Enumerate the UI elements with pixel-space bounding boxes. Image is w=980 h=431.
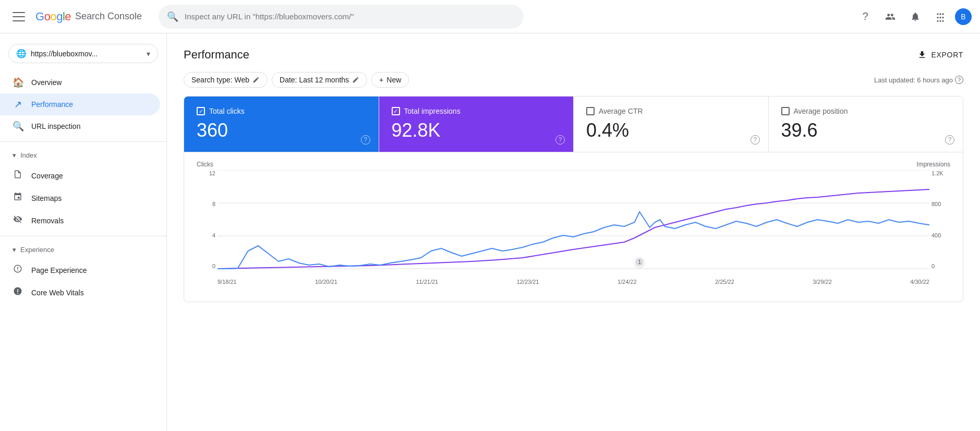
page-title: Performance: [184, 48, 249, 62]
metric-label: Average CTR: [599, 107, 643, 115]
metric-checkbox-impressions[interactable]: [392, 107, 400, 115]
filters-bar: Search type: Web Date: Last 12 months + …: [167, 72, 980, 96]
sidebar-item-performance[interactable]: ↗ Performance: [0, 93, 160, 115]
index-section-label: Index: [20, 151, 37, 159]
metric-value-position: 39.6: [781, 119, 951, 141]
sidebar-item-label: Coverage: [31, 172, 63, 180]
metric-average-ctr[interactable]: Average CTR 0.4% ?: [574, 97, 769, 152]
star-icon: [13, 264, 23, 276]
sidebar-divider-2: [0, 236, 166, 236]
help-icon-clicks[interactable]: ?: [361, 135, 370, 145]
trending-up-icon: ↗: [13, 99, 23, 110]
chevron-down-icon: ▾: [147, 50, 150, 58]
edit-icon: [252, 76, 260, 83]
search-icon: 🔍: [167, 11, 178, 22]
y-axis-left: 12 8 4 0: [197, 170, 215, 269]
filter-label: Search type: Web: [191, 76, 249, 84]
experience-section-header[interactable]: ▾ Experience: [0, 241, 166, 259]
search-icon: 🔍: [13, 121, 23, 132]
page-header: Performance EXPORT: [167, 33, 980, 72]
last-updated: Last updated: 6 hours ago ?: [874, 76, 963, 84]
new-filter-button[interactable]: + New: [371, 72, 409, 88]
product-name: Search Console: [75, 11, 142, 22]
chevron-down-icon: ▾: [13, 151, 16, 159]
sidebar-item-coverage[interactable]: Coverage: [0, 164, 160, 187]
eye-off-icon: [13, 214, 23, 226]
avatar[interactable]: B: [955, 8, 972, 25]
hamburger-icon: [13, 10, 25, 23]
sidebar: 🌐 https://blueboxmov... ▾ 🏠 Overview ↗ P…: [0, 33, 167, 431]
grid-icon: [935, 11, 946, 22]
plus-icon: +: [379, 76, 383, 84]
edit-icon: [352, 76, 359, 83]
menu-button[interactable]: [8, 6, 29, 27]
chart-labels: Clicks Impressions: [197, 161, 950, 168]
search-input[interactable]: [185, 12, 515, 21]
sidebar-divider: [0, 141, 166, 142]
chevron-down-icon: ▾: [13, 246, 16, 254]
url-search-bar[interactable]: 🔍: [159, 5, 524, 29]
sidebar-item-overview[interactable]: 🏠 Overview: [0, 71, 160, 93]
x-axis: 9/18/21 10/20/21 11/21/21 12/23/21 1/24/…: [217, 279, 929, 285]
y-axis-left-label: Clicks: [197, 161, 213, 168]
help-button[interactable]: ?: [855, 6, 876, 27]
download-icon: [917, 50, 927, 59]
metrics-row: Total clicks 360 ? Total impressions 92.…: [184, 96, 963, 152]
metric-label: Average position: [794, 107, 848, 115]
metric-header: Average position: [781, 107, 951, 115]
site-url: https://blueboxmov...: [31, 50, 142, 58]
sidebar-item-url-inspection[interactable]: 🔍 URL inspection: [0, 115, 160, 137]
accounts-button[interactable]: [880, 6, 901, 27]
metric-checkbox-position[interactable]: [781, 107, 790, 115]
help-icon-position[interactable]: ?: [945, 135, 954, 145]
sidebar-item-core-web-vitals[interactable]: Core Web Vitals: [0, 281, 160, 304]
metric-value-ctr: 0.4%: [586, 119, 756, 141]
chart-area: Clicks Impressions 12 8 4 0 1.2K 800 400…: [184, 152, 963, 302]
sidebar-item-label: Page Experience: [31, 266, 87, 274]
search-type-filter[interactable]: Search type: Web: [184, 72, 268, 88]
index-section-header[interactable]: ▾ Index: [0, 146, 166, 164]
help-icon-impressions[interactable]: ?: [555, 135, 565, 145]
metric-value-impressions: 92.8K: [392, 119, 561, 141]
site-selector[interactable]: 🌐 https://blueboxmov... ▾: [8, 44, 158, 63]
metric-value-clicks: 360: [197, 119, 366, 141]
info-icon: ?: [955, 76, 963, 84]
metric-checkbox-clicks[interactable]: [197, 107, 205, 115]
metric-total-clicks[interactable]: Total clicks 360 ?: [184, 97, 379, 152]
metric-total-impressions[interactable]: Total impressions 92.8K ?: [379, 97, 574, 152]
apps-button[interactable]: [930, 6, 951, 27]
sidebar-item-removals[interactable]: Removals: [0, 209, 160, 232]
sidebar-item-label: Performance: [31, 100, 73, 109]
help-icon: ?: [862, 10, 868, 22]
metric-header: Total impressions: [392, 107, 561, 115]
sidebar-item-sitemaps[interactable]: Sitemaps: [0, 187, 160, 209]
metric-average-position[interactable]: Average position 39.6 ?: [769, 97, 963, 152]
y-axis-right: 1.2K 800 400 0: [929, 170, 950, 269]
date-range-filter[interactable]: Date: Last 12 months: [272, 72, 367, 88]
metric-label: Total impressions: [404, 107, 461, 115]
main-content: Performance EXPORT Search type: Web Date…: [167, 33, 980, 431]
performance-chart: [217, 170, 929, 269]
metric-checkbox-ctr[interactable]: [586, 107, 595, 115]
header-actions: ? B: [855, 6, 972, 27]
metric-header: Average CTR: [586, 107, 756, 115]
chart-marker[interactable]: 1: [634, 257, 645, 267]
filter-label: Date: Last 12 months: [280, 76, 349, 84]
y-axis-right-label: Impressions: [916, 161, 950, 168]
sidebar-item-label: URL inspection: [31, 122, 80, 130]
bell-icon: [910, 11, 921, 22]
export-button[interactable]: EXPORT: [917, 50, 963, 59]
sidebar-item-page-experience[interactable]: Page Experience: [0, 259, 160, 281]
help-icon-ctr[interactable]: ?: [751, 135, 760, 145]
file-icon: [13, 170, 23, 182]
google-logo: Google: [35, 10, 71, 23]
chart-wrapper: 12 8 4 0 1.2K 800 400 0: [197, 170, 950, 285]
sidebar-item-label: Overview: [31, 78, 62, 87]
people-icon: [885, 11, 896, 22]
home-icon: 🏠: [13, 77, 23, 88]
sidebar-item-label: Core Web Vitals: [31, 289, 84, 297]
app-header: Google Search Console 🔍 ? B: [0, 0, 980, 33]
logo-area: Google Search Console: [35, 10, 142, 23]
sidebar-item-label: Sitemaps: [31, 194, 62, 202]
notifications-button[interactable]: [905, 6, 926, 27]
